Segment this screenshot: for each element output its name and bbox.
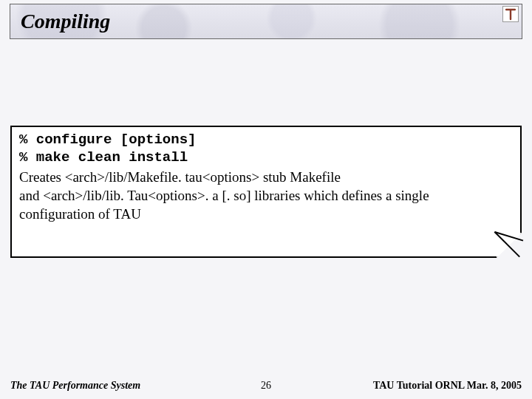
code-line-2: % make clean install — [19, 149, 513, 167]
title-bar: Compiling — [10, 4, 522, 38]
description-line-3: configuration of TAU — [19, 205, 513, 222]
content-note: % configure [options] % make clean insta… — [10, 126, 522, 258]
footer-right: TAU Tutorial ORNL Mar. 8, 2005 — [373, 380, 522, 392]
footer: The TAU Performance System 26 TAU Tutori… — [10, 380, 522, 392]
page-number: 26 — [261, 380, 271, 392]
footer-left: The TAU Performance System — [10, 380, 140, 392]
tau-logo-icon — [502, 6, 519, 22]
description-line-2: and <arch>/lib/lib. Tau<options>. a [. s… — [19, 187, 513, 204]
slide-title: Compiling — [21, 10, 110, 33]
description-line-1: Creates <arch>/lib/Makefile. tau<options… — [19, 168, 513, 185]
page-fold-icon — [497, 233, 522, 258]
code-line-1: % configure [options] — [19, 132, 513, 149]
